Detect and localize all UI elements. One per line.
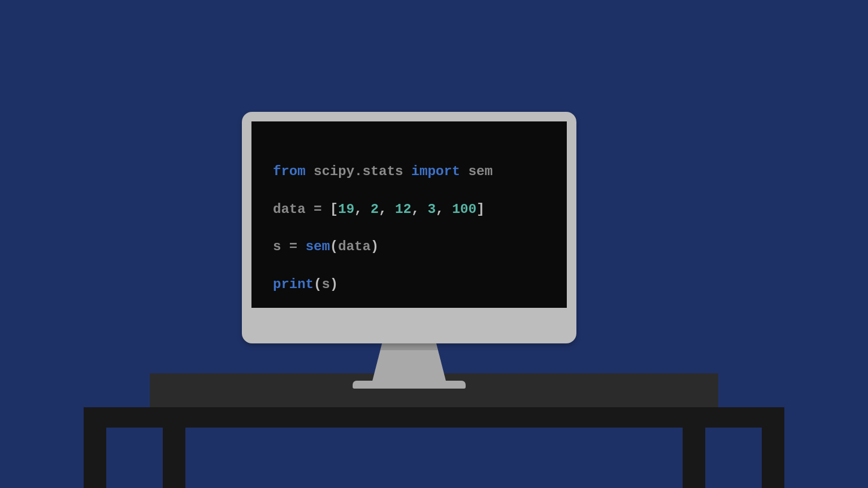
monitor-screen: from scipy.stats import sem data = [19, … [251,121,567,308]
number-literal: 100 [452,202,476,217]
argument: s [322,277,329,292]
monitor-stand-neck [372,342,446,383]
comma: , [379,202,395,217]
desk-front [84,407,784,428]
comma: , [354,202,371,217]
operator-assign: = [281,239,305,254]
identifier: s [273,239,281,254]
module-path: scipy.stats [314,164,403,179]
bracket-close: ] [476,202,484,217]
monitor-frame: from scipy.stats import sem data = [19, … [242,112,576,343]
code-block: from scipy.stats import sem data = [19, … [273,153,545,304]
monitor-stand-base [353,381,466,389]
desk-leg [84,428,106,488]
desk-leg [762,428,784,488]
identifier: data [273,202,306,217]
keyword-import: import [411,164,460,179]
comma: , [436,202,452,217]
import-name: sem [468,164,493,179]
desk-leg [163,428,185,488]
number-literal: 2 [371,202,379,217]
comma: , [411,202,428,217]
function-call: print [273,277,314,292]
number-literal: 3 [428,202,436,217]
paren-close: ) [371,239,379,254]
paren-open: ( [314,277,322,292]
function-call: sem [306,239,330,254]
operator-assign: = [306,202,330,217]
keyword-from: from [273,164,306,179]
bracket-open: [ [330,202,338,217]
desk-leg [683,428,705,488]
number-literal: 19 [338,202,354,217]
paren-open: ( [330,239,338,254]
paren-close: ) [330,277,338,292]
argument: data [338,239,371,254]
number-literal: 12 [395,202,411,217]
